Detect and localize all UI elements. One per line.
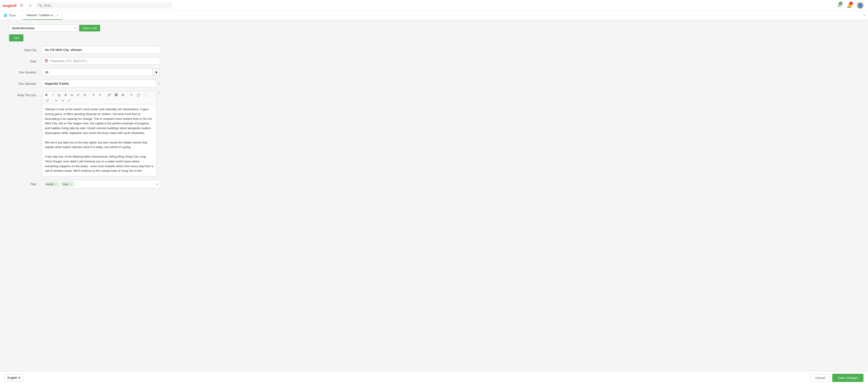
close-panel-button[interactable]: ×	[861, 13, 868, 18]
tag-food-remove[interactable]: ×	[69, 183, 72, 186]
rte-paste[interactable]: 📄	[142, 92, 149, 97]
rte-fullscreen[interactable]: ⤢	[66, 98, 72, 103]
rte-special-char[interactable]: Ω	[82, 92, 88, 97]
top-nav: magnolia ⠿ ☆ 🔍 ☰ 0 🔔 1 👤	[0, 0, 868, 11]
body-text-label: Body Text (en)	[9, 91, 36, 97]
favorites-icon[interactable]: ☆	[27, 1, 34, 10]
rte-undo[interactable]: ↩	[53, 98, 59, 103]
language-selector[interactable]: English ▾	[5, 374, 23, 382]
tags-row: Tags exotic × food × ×	[9, 180, 859, 188]
form-area: × Select new Add Start City Date 📅 Timez…	[0, 20, 868, 373]
tasks-badge: 0	[839, 2, 842, 5]
search-input[interactable]	[44, 4, 169, 7]
start-city-control	[42, 46, 160, 54]
tags-clear-button[interactable]: ×	[156, 182, 158, 186]
rte-image[interactable]: 🖼	[113, 92, 119, 97]
search-icon: 🔍	[38, 4, 42, 7]
sidebar-tours-label: Tours	[9, 14, 16, 17]
tag-exotic-label: exotic	[46, 182, 54, 186]
path-input-wrap: ×	[9, 25, 78, 32]
grid-icon[interactable]: ⠿	[18, 1, 25, 10]
help-icon-body[interactable]: ?	[158, 91, 160, 95]
add-button[interactable]: Add	[9, 34, 24, 41]
rte-italic[interactable]: I	[50, 92, 56, 97]
rte-bold[interactable]: B	[43, 92, 50, 97]
notifications-badge: 1	[849, 2, 853, 5]
notifications-button[interactable]: 🔔 1	[845, 1, 854, 10]
tour-duration-row: Tour Duration ▾	[9, 68, 859, 76]
select-new-button[interactable]: Select new	[79, 25, 100, 31]
tag-food-label: food	[63, 182, 68, 186]
path-input[interactable]	[9, 25, 78, 32]
tour-operator-control: ?	[42, 80, 160, 87]
search-bar: 🔍	[36, 2, 172, 9]
rte-separator-1	[89, 93, 89, 97]
tasks-button[interactable]: ☰ 0	[836, 1, 843, 10]
active-tab-label: Vietnam: Tradition a...	[26, 13, 55, 17]
cancel-button[interactable]: Cancel	[811, 374, 830, 382]
rte-strikethrough[interactable]: S	[63, 92, 68, 97]
tabbar: 🌐 Tours Vietnam: Tradition a... × ×	[0, 11, 868, 20]
rte-separator-4	[52, 99, 52, 103]
avatar: 👤	[857, 2, 863, 9]
tag-exotic: exotic ×	[44, 181, 59, 187]
tour-duration-control: ▾	[42, 68, 160, 76]
save-changes-button[interactable]: Save changes	[832, 374, 863, 382]
tour-duration-input[interactable]	[42, 68, 153, 76]
tour-operator-row: Tour Operator ?	[9, 80, 859, 87]
rte-table[interactable]: ⊞	[120, 92, 126, 97]
rte-superscript[interactable]: x²	[75, 92, 81, 97]
tab-close-button[interactable]: ×	[57, 14, 58, 17]
globe-icon: 🌐	[4, 14, 7, 17]
body-text-editor[interactable]: Vietnam is one of the world's most exoti…	[42, 104, 157, 176]
logo[interactable]: magnolia	[3, 2, 17, 9]
calendar-icon: 📅	[44, 59, 48, 63]
start-city-row: Start City	[9, 46, 859, 54]
tags-wrap: exotic × food × ×	[42, 180, 160, 188]
language-label: English	[7, 376, 17, 379]
help-icon-operator[interactable]: ?	[158, 82, 160, 85]
bottom-bar: English ▾ Cancel Save changes	[0, 371, 868, 384]
rte-underline[interactable]: U	[56, 92, 62, 97]
rte-link[interactable]: 🔗	[106, 92, 113, 97]
rte-subscript[interactable]: x₂	[69, 92, 75, 97]
date-label: Date	[9, 57, 36, 63]
main-content: × Select new Add Start City Date 📅 Timez…	[0, 20, 868, 373]
duration-dropdown-button[interactable]: ▾	[153, 68, 160, 76]
active-tab[interactable]: Vietnam: Tradition a... ×	[23, 11, 62, 20]
start-city-input[interactable]	[42, 46, 160, 54]
date-field[interactable]: 📅 Timezone: UTC (Etc/UTC)	[42, 57, 160, 65]
rte-paste-text[interactable]: 📝	[43, 98, 50, 103]
body-text-row: Body Text (en) B I U S x₂ x² Ω ≡ ≡	[9, 91, 859, 176]
rte-redo[interactable]: ↪	[60, 98, 66, 103]
date-row: Date 📅 Timezone: UTC (Etc/UTC)	[9, 57, 859, 65]
tags-control: exotic × food × ×	[42, 180, 160, 188]
tag-exotic-remove[interactable]: ×	[55, 183, 57, 186]
date-placeholder: Timezone: UTC (Etc/UTC)	[50, 59, 87, 63]
tags-label: Tags	[9, 180, 36, 186]
nav-right: ☰ 0 🔔 1 👤	[836, 0, 865, 10]
bottom-right-actions: Cancel Save changes	[811, 374, 863, 382]
language-dropdown-icon: ▾	[19, 376, 20, 379]
path-row: × Select new	[9, 25, 859, 32]
rte-ordered-list[interactable]: ≡	[91, 92, 96, 97]
tour-duration-label: Tour Duration	[9, 68, 36, 74]
rte-separator-3	[127, 93, 127, 97]
body-text-control: B I U S x₂ x² Ω ≡ ≡ 🔗 🖼 ⊞	[42, 91, 160, 176]
tag-food: food ×	[61, 181, 74, 187]
path-clear-button[interactable]: ×	[74, 26, 76, 30]
sidebar-tours-item[interactable]: 🌐 Tours	[0, 11, 23, 20]
user-avatar-button[interactable]: 👤	[855, 0, 865, 10]
date-control: 📅 Timezone: UTC (Etc/UTC)	[42, 57, 160, 65]
rte-separator-2	[104, 93, 104, 97]
rte-unordered-list[interactable]: ≡	[97, 92, 103, 97]
duration-row: ▾	[42, 68, 160, 76]
tour-operator-input[interactable]	[42, 80, 157, 87]
rte-copy[interactable]: 📋	[135, 92, 142, 97]
tour-operator-label: Tour Operator	[9, 80, 36, 85]
rte-toolbar: B I U S x₂ x² Ω ≡ ≡ 🔗 🖼 ⊞	[42, 91, 157, 104]
rte-cut[interactable]: ✂	[129, 92, 134, 97]
svg-text:magnolia: magnolia	[3, 3, 17, 8]
start-city-label: Start City	[9, 46, 36, 52]
